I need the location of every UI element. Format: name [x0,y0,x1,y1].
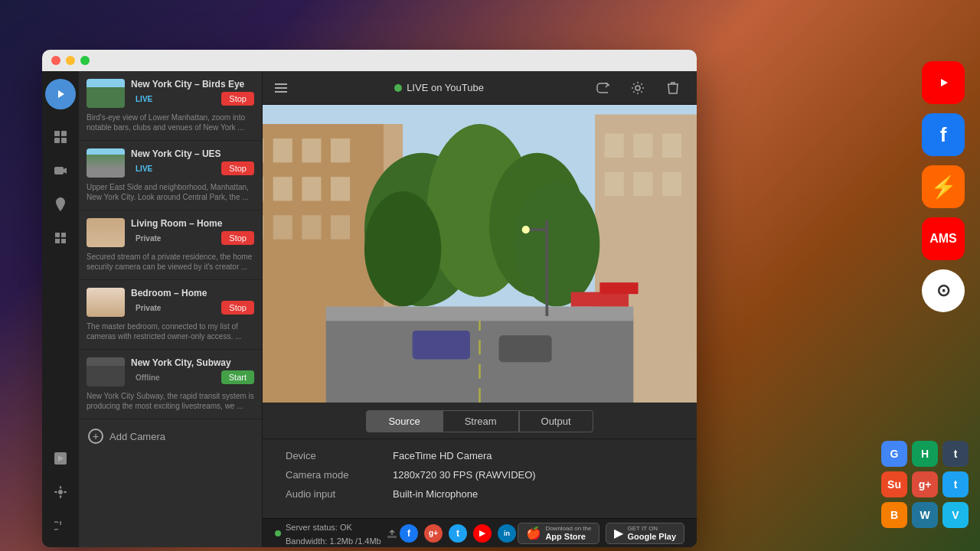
svg-rect-35 [633,134,652,158]
stop-button-3[interactable]: Stop [221,231,254,245]
vimeo-desktop-icon[interactable]: V [942,502,969,528]
appstore-button[interactable]: 🍎 Download on the App Store [518,523,599,544]
desktop-icons-panel: f ⚡ AMS ⊙ [922,61,965,312]
start-button-5[interactable]: Start [221,370,254,384]
svg-point-44 [513,181,599,306]
sidebar-item-settings[interactable] [47,478,74,506]
sidebar-item-camera[interactable] [47,157,74,184]
audio-input-row: Audio input Built-in Microphone [286,488,674,500]
camera-item-4[interactable]: Bedroom – Home Private Stop The master b… [79,280,262,350]
audio-input-value: Built-in Microphone [393,488,478,500]
delete-button[interactable] [662,77,684,99]
device-label: Device [286,450,393,461]
stumble-desktop-icon[interactable]: Su [881,471,907,497]
close-button[interactable] [51,56,60,65]
facebook-desktop-icon[interactable]: f [922,113,965,156]
tab-source[interactable]: Source [366,410,442,432]
youtube-desktop-icon[interactable] [922,61,965,104]
wordpress-desktop-icon[interactable]: W [912,502,938,528]
svg-rect-23 [302,139,321,162]
share-button[interactable] [591,77,614,99]
twitter-desktop-icon-sm[interactable]: t [942,471,969,497]
store-buttons: 🍎 Download on the App Store ▶ GET IT ON … [518,523,684,544]
app-logo[interactable] [45,79,76,109]
sidebar-item-power[interactable] [47,512,74,540]
camera-item-2[interactable]: New York City – UES LIVE Stop Upper East… [79,141,262,210]
linkedin-social-icon[interactable]: in [498,524,516,543]
tab-output[interactable]: Output [519,410,593,432]
audio-input-label: Audio input [286,488,393,500]
svg-rect-8 [54,167,64,174]
status-left: Server status: OK Bandwidth: 1.2Mb /1.4M… [275,520,398,547]
svg-rect-32 [331,215,350,239]
cloud-upload-icon [386,527,398,540]
minimize-button[interactable] [66,56,75,65]
svg-point-55 [522,226,530,233]
camera-item-3[interactable]: Living Room – Home Private Stop Secured … [79,210,262,280]
device-value: FaceTime HD Camera [393,450,492,461]
ams-desktop-icon[interactable]: AMS [922,217,965,260]
camera-thumb-1 [87,79,125,108]
youtube-social-icon[interactable]: ▶ [473,524,492,543]
twitter-social-icon[interactable]: t [449,524,467,543]
live-label: LIVE on YouTube [407,82,484,93]
svg-rect-37 [605,172,624,196]
svg-rect-34 [605,134,624,158]
svg-rect-5 [61,131,67,136]
add-camera-label: Add Camera [109,431,165,442]
source-info-grid: Device FaceTime HD Camera Camera mode 12… [263,439,697,518]
stop-button-2[interactable]: Stop [221,161,254,175]
bandwidth-text: Bandwidth: 1.2Mb /1.4Mb [286,536,381,546]
gplus-desktop-icon[interactable]: g+ [912,471,938,497]
app-window: New York City – Birds Eye LIVE Stop Bird… [42,50,697,547]
camera-thumb-2 [87,148,125,178]
settings-button[interactable] [626,77,649,99]
facebook-social-icon[interactable]: f [400,524,418,543]
svg-rect-25 [263,177,263,201]
stop-button-4[interactable]: Stop [221,301,254,315]
svg-rect-10 [55,233,60,237]
google-desktop-icon[interactable]: G [881,441,907,467]
blogger-desktop-icon[interactable]: B [881,502,907,528]
camera-list: New York City – Birds Eye LIVE Stop Bird… [79,71,263,547]
status-bar: Server status: OK Bandwidth: 1.2Mb /1.4M… [263,518,697,547]
thunder-desktop-icon[interactable]: ⚡ [922,165,965,208]
camera-thumb-4 [87,288,125,317]
main-content: LIVE on YouTube [263,71,697,547]
googleplay-button[interactable]: ▶ GET IT ON Google Play [606,523,684,544]
tab-stream[interactable]: Stream [443,410,519,432]
sidebar-item-play[interactable] [47,445,74,472]
camera-item-1[interactable]: New York City – Birds Eye LIVE Stop Bird… [79,71,262,141]
menu-icon[interactable] [275,83,287,93]
svg-rect-24 [331,139,350,162]
googleplay-sub-label: GET IT ON [627,525,676,532]
tumblr-desktop-icon[interactable]: t [942,441,969,467]
5ball-desktop-icon[interactable]: ⊙ [922,269,965,312]
svg-rect-6 [54,138,60,143]
camera-item-5[interactable]: New York City, Subway Offline Start New … [79,350,262,419]
maximize-button[interactable] [80,56,90,65]
svg-rect-29 [263,215,263,239]
svg-rect-56 [387,536,397,538]
sidebar-item-grid[interactable] [47,224,74,252]
add-camera-button[interactable]: + Add Camera [79,419,262,453]
app-body: New York City – Birds Eye LIVE Stop Bird… [42,71,697,547]
svg-marker-9 [64,168,67,174]
hangout-desktop-icon[interactable]: H [912,441,938,467]
svg-rect-48 [326,307,634,321]
sidebar-item-location[interactable] [47,191,74,218]
svg-rect-27 [302,177,321,201]
sidebar-item-feeds[interactable] [47,123,74,151]
stop-button-1[interactable]: Stop [221,92,254,106]
video-preview [263,105,697,403]
svg-rect-13 [61,239,66,243]
apple-icon: 🍎 [526,526,541,540]
social-icons: f g+ t ▶ in [400,524,516,543]
bottom-section: Source Stream Output Device FaceTime HD … [263,403,697,518]
svg-rect-30 [273,215,292,239]
googleplus-social-icon[interactable]: g+ [424,524,443,543]
svg-rect-26 [273,177,292,201]
svg-rect-38 [633,172,652,196]
camera-mode-row: Camera mode 980x551 30 FPS (RAWVIDEO) [286,469,674,481]
camera-thumb-5 [87,357,125,386]
